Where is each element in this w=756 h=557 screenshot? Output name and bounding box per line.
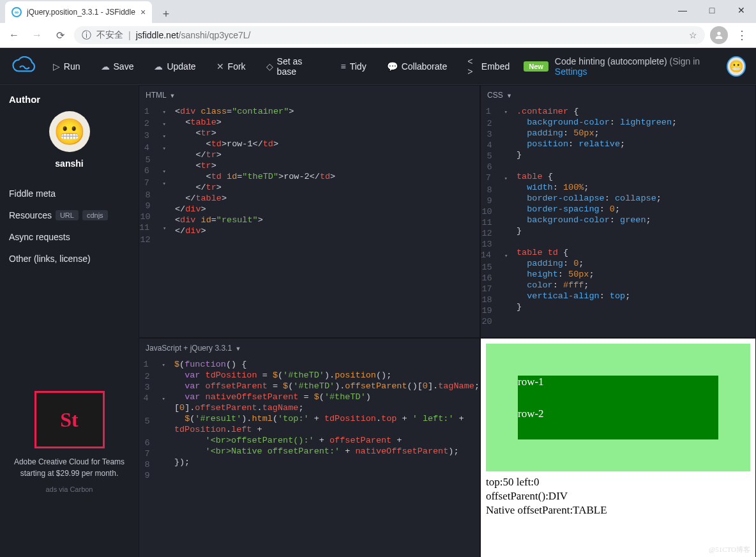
css-editor[interactable]: 1 ▾ 2 3 4 5 6 7 ▾ 8 9 10 11 12 13 14 ▾ 1… [481,86,755,327]
html-label[interactable]: HTML ▼ [146,91,176,100]
favicon-icon: ∞ [11,7,22,17]
tab-title: jQuery.position_3.3.1 - JSFiddle [27,8,135,17]
security-label: 不安全 [96,29,123,41]
fork-icon: ✕ [216,61,224,72]
url-input[interactable]: ⓘ 不安全 | jsfiddle.net/sanshi/qp3yce7L/ ☆ [74,26,705,44]
result-output: top:50 left:0 offsetParent():DIV Native … [486,475,750,517]
tab-strip: ∞ jQuery.position_3.3.1 - JSFiddle × + —… [0,0,756,23]
browser-tab[interactable]: ∞ jQuery.position_3.3.1 - JSFiddle × [5,1,152,23]
html-editor[interactable]: 1 ▾ 2 ▾ 3 ▾ 4 ▾ 5 6 ▾ 7 ▾ 8 9 10 11 ▾ 12… [139,86,480,245]
url-pill[interactable]: URL [56,210,79,220]
window-controls: — □ ✕ [668,0,756,20]
jsfiddle-header: ▷Run ☁Save ☁Update ✕Fork ◇Set as base ≡T… [0,48,756,85]
browser-chrome: ∞ jQuery.position_3.3.1 - JSFiddle × + —… [0,0,756,48]
author-avatar[interactable]: 😬 [49,111,90,152]
css-pane[interactable]: CSS ▼ 1 ▾ 2 3 4 5 6 7 ▾ 8 9 10 11 12 13 … [480,85,756,338]
tidy-button[interactable]: ≡Tidy [335,55,373,78]
save-button[interactable]: ☁Save [94,55,140,78]
svg-point-0 [717,32,720,35]
star-icon[interactable]: ☆ [689,30,697,40]
gutter: 1 ▾ 2 3 4 5 6 7 ▾ 8 9 10 11 12 13 14 ▾ 1… [481,106,517,327]
jsfiddle-app: ▷Run ☁Save ☁Update ✕Fork ◇Set as base ≡T… [0,48,756,557]
collab-button[interactable]: 💬Collaborate [381,55,454,78]
embed-icon: < > [467,56,478,77]
js-pane[interactable]: JavaScript + jQuery 3.3.1 ▼ 1 ▾ 2 3 4 ▾ … [139,338,480,557]
author-heading: Author [9,94,130,105]
ad-logo-icon: St [34,391,105,448]
html-pane[interactable]: HTML ▼ 1 ▾ 2 ▾ 3 ▾ 4 ▾ 5 6 ▾ 7 ▾ 8 9 10 … [139,85,480,338]
sidebar: Author 😬 sanshi Fiddle meta ResourcesURL… [0,85,139,557]
new-tab-button[interactable]: + [157,5,175,23]
js-code: $(function() { var tdPosition = $('#theT… [174,359,480,481]
js-editor[interactable]: 1 ▾ 2 3 4 ▾ 5 6 7 8 9 $(function() { var… [139,339,480,481]
info-icon[interactable]: ⓘ [82,29,91,42]
play-icon: ▷ [53,61,60,72]
cloud-icon: ☁ [101,61,110,72]
chevron-down-icon: ▼ [170,93,176,99]
settings-link[interactable]: Settings [555,66,587,77]
html-code: <div class="container"> <table> <tr> <td… [175,106,480,245]
sidebar-other[interactable]: Other (links, license) [9,248,130,270]
watermark: @51CTO博客 [709,545,750,554]
back-icon[interactable]: ← [5,26,23,44]
address-bar: ← → ⟳ ⓘ 不安全 | jsfiddle.net/sanshi/qp3yce… [0,23,756,47]
jsfiddle-logo-icon[interactable] [10,56,39,77]
setbase-button[interactable]: ◇Set as base [260,55,327,78]
profile-icon[interactable] [710,26,728,44]
new-badge: New [524,61,548,72]
css-label[interactable]: CSS ▼ [487,91,512,100]
editor-panes: HTML ▼ 1 ▾ 2 ▾ 3 ▾ 4 ▾ 5 6 ▾ 7 ▾ 8 9 10 … [139,85,756,557]
hint-text: Code hinting (autocomplete) (Sign in Set… [555,56,720,77]
chevron-down-icon: ▼ [506,93,512,99]
run-button[interactable]: ▷Run [47,55,87,78]
fork-button[interactable]: ✕Fork [210,55,252,78]
cloud-up-icon: ☁ [154,61,163,72]
author-name[interactable]: sanshi [9,158,130,169]
menu-dots-icon[interactable]: ⋮ [733,28,751,42]
ad-via: ads via Carbon [9,485,130,493]
close-icon[interactable]: × [140,7,146,17]
minimize-icon[interactable]: — [668,0,697,20]
user-avatar[interactable]: 😬 [727,56,746,77]
table-cell: row-2 [518,408,718,439]
close-window-icon[interactable]: ✕ [727,0,756,20]
ad-text: Adobe Creative Cloud for Teams starting … [9,456,130,479]
reload-icon[interactable]: ⟳ [51,26,69,44]
js-label[interactable]: JavaScript + jQuery 3.3.1 ▼ [146,344,241,353]
tag-icon: ◇ [266,61,273,72]
result-table: row-1 row-2 [518,376,718,439]
sidebar-resources[interactable]: ResourcesURLcdnjs [9,204,130,226]
css-code: .container { background-color: lightgree… [517,106,755,327]
sidebar-async[interactable]: Async requests [9,226,130,248]
chat-icon: 💬 [387,61,398,72]
embed-button[interactable]: < >Embed [461,55,516,78]
ad-box[interactable]: St Adobe Creative Cloud for Teams starti… [9,391,130,493]
result-pane: row-1 row-2 top:50 left:0 offsetParent()… [480,338,756,557]
forward-icon[interactable]: → [28,26,46,44]
sidebar-fiddle-meta[interactable]: Fiddle meta [9,183,130,204]
chevron-down-icon: ▼ [235,346,241,352]
cdnjs-pill[interactable]: cdnjs [82,210,108,220]
main-layout: Author 😬 sanshi Fiddle meta ResourcesURL… [0,85,756,557]
gutter: 1 ▾ 2 3 4 ▾ 5 6 7 8 9 [139,359,174,481]
maximize-icon[interactable]: □ [697,0,727,20]
table-cell: row-1 [518,376,718,408]
result-container: row-1 row-2 [486,344,750,471]
gutter: 1 ▾ 2 ▾ 3 ▾ 4 ▾ 5 6 ▾ 7 ▾ 8 9 10 11 ▾ 12 [139,106,175,245]
update-button[interactable]: ☁Update [147,55,202,78]
list-icon: ≡ [341,61,346,72]
